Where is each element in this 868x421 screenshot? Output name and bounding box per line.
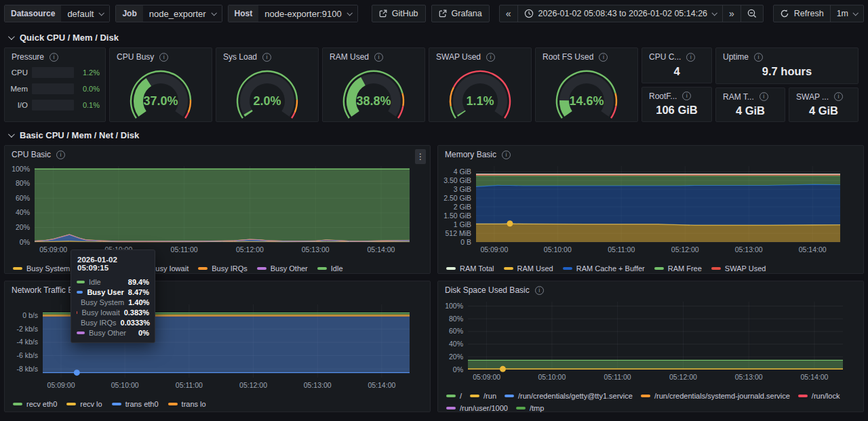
svg-text:05:11:00: 05:11:00 — [176, 381, 203, 389]
legend-item[interactable]: RAM Free — [654, 263, 702, 274]
legend-item[interactable]: /run/credentials/systemd-journald.servic… — [641, 390, 790, 401]
datasource-value: default — [67, 9, 94, 19]
panel-title-row[interactable]: Memory Basic — [438, 146, 863, 162]
panel-title-row[interactable]: Sys Load — [216, 48, 318, 64]
svg-text:80%: 80% — [16, 179, 30, 187]
info-icon[interactable] — [599, 53, 608, 62]
refresh-group: Refresh 1m — [773, 5, 864, 22]
host-select[interactable]: node-exporter:9100 — [258, 5, 357, 22]
legend-item[interactable]: /run/lock — [798, 390, 840, 401]
info-icon[interactable] — [686, 53, 695, 62]
time-shift-back-button[interactable] — [500, 5, 517, 22]
chevron-down-icon — [8, 33, 15, 40]
memory-basic-chart[interactable]: 4 GiB3.50 GiB3 GiB2.50 GiB2 GiB1.50 GiB1… — [438, 162, 863, 260]
panel-title-row[interactable]: SWAP ... — [789, 88, 858, 104]
svg-text:05:09:00: 05:09:00 — [39, 245, 67, 254]
network-traffic-chart[interactable]: 0 b/s-2 kb/s-4 kb/s-6 kb/s-8 kb/s05:09:0… — [5, 298, 430, 395]
section-quick-cpu-mem-disk[interactable]: Quick CPU / Mem / Disk — [0, 26, 868, 47]
refresh-interval-select[interactable]: 1m — [830, 5, 863, 22]
panel-title: Disk Space Used Basic — [445, 285, 530, 295]
panel-title: RAM Used — [330, 52, 369, 62]
legend-item[interactable]: Busy Other — [257, 263, 308, 274]
svg-text:05:10:00: 05:10:00 — [538, 373, 566, 381]
legend-label: RAM Total — [460, 263, 494, 274]
datasource-picker[interactable]: Datasource default — [4, 5, 110, 22]
panel-title-row[interactable]: CPU Busy — [110, 48, 212, 64]
panel-title-row[interactable]: CPU C... — [642, 48, 711, 64]
panel-title-row[interactable]: RAM T... — [716, 88, 785, 104]
info-icon[interactable] — [535, 286, 544, 295]
info-icon[interactable] — [486, 53, 495, 62]
legend-item[interactable]: /run/credentials/getty@tty1.service — [505, 390, 633, 401]
panel-title-row[interactable]: RAM Used — [323, 48, 425, 64]
info-icon[interactable] — [56, 151, 65, 159]
legend-item[interactable]: /tmp — [516, 403, 544, 414]
legend-item[interactable]: RAM Total — [446, 263, 494, 274]
panel-title-row[interactable]: Root FS Used — [536, 48, 637, 64]
legend-item[interactable]: RAM Cache + Buffer — [563, 263, 645, 274]
legend-color-dash — [13, 403, 22, 405]
github-link-button[interactable]: GitHub — [372, 5, 426, 22]
svg-text:05:10:00: 05:10:00 — [111, 381, 139, 389]
cpu-basic-chart[interactable]: 100%80%60%40%20%0%05:09:0005:10:0005:11:… — [5, 162, 430, 260]
panel-title-row[interactable]: Disk Space Used Basic — [438, 281, 863, 298]
info-icon[interactable] — [374, 53, 383, 62]
job-picker[interactable]: Job node_exporter — [115, 5, 222, 22]
legend-item[interactable]: trans eth0 — [112, 399, 159, 409]
legend-item[interactable]: RAM Used — [504, 263, 553, 274]
info-icon[interactable] — [50, 53, 58, 62]
legend-item[interactable]: trans lo — [168, 399, 206, 409]
section-basic-cpu-mem-net-disk[interactable]: Basic CPU / Mem / Net / Disk — [0, 122, 868, 145]
info-icon[interactable] — [834, 92, 843, 101]
section-title: Basic CPU / Mem / Net / Disk — [20, 130, 139, 140]
time-shift-forward-button[interactable] — [722, 5, 741, 22]
info-icon[interactable] — [159, 53, 168, 62]
job-select[interactable]: node_exporter — [143, 5, 222, 22]
info-icon[interactable] — [760, 92, 768, 101]
legend-color-dash — [13, 267, 22, 270]
legend-label: recv eth0 — [26, 399, 57, 409]
datasource-select[interactable]: default — [61, 5, 109, 22]
svg-text:100%: 100% — [445, 302, 463, 310]
panel-title-row[interactable]: RootF... — [642, 87, 711, 104]
info-icon[interactable] — [754, 53, 763, 62]
legend-item[interactable]: Busy IRQs — [198, 263, 248, 274]
panel-title-row[interactable]: SWAP Used — [429, 48, 531, 64]
legend-item[interactable]: / — [446, 390, 462, 401]
gauge-value: 38.8% — [323, 94, 425, 108]
panel-title-row[interactable]: Pressure — [5, 48, 105, 64]
panel-swap-total: SWAP ... 4 GiB — [789, 87, 859, 123]
legend-color-dash — [711, 267, 721, 270]
panel-menu-button[interactable] — [415, 149, 426, 164]
panel-title-row[interactable]: CPU Basic — [5, 146, 430, 162]
info-icon[interactable] — [502, 151, 511, 159]
legend-item[interactable]: Busy System — [13, 263, 70, 274]
svg-text:100%: 100% — [12, 165, 30, 173]
disk-space-chart[interactable]: 100%80%60%40%20%0%05:09:0005:10:0005:11:… — [438, 298, 863, 387]
grafana-link-button[interactable]: Grafana — [431, 5, 490, 22]
panel-pressure: Pressure CPU 1.2% Mem 0.0% I/O 0.1% — [4, 47, 106, 122]
tooltip-row: Idle89.4% — [77, 277, 149, 287]
svg-text:40%: 40% — [16, 208, 30, 216]
info-icon[interactable] — [682, 92, 691, 100]
legend-label: / — [460, 390, 462, 401]
datasource-label: Datasource — [5, 5, 61, 22]
pressure-row-io: I/O 0.1% — [5, 97, 105, 113]
legend-item[interactable]: /run — [470, 390, 496, 401]
svg-text:512 MiB: 512 MiB — [445, 229, 471, 237]
legend-item[interactable]: SWAP Used — [711, 263, 766, 274]
refresh-button[interactable]: Refresh — [774, 5, 830, 22]
panel-title-row[interactable]: Network Traffic Basic — [5, 281, 430, 298]
time-zoom-out-button[interactable] — [741, 5, 763, 22]
legend-label: recv lo — [80, 399, 102, 409]
time-range-button[interactable]: 2026-01-02 05:08:43 to 2026-01-02 05:14:… — [517, 5, 723, 22]
panel-title-row[interactable]: Uptime — [716, 48, 858, 64]
legend-item[interactable]: /run/user/1000 — [446, 403, 508, 414]
legend-item[interactable]: recv eth0 — [13, 399, 57, 409]
swap-used-gauge — [439, 64, 521, 121]
legend-color-dash — [654, 267, 664, 270]
legend-item[interactable]: Idle — [317, 263, 343, 274]
host-picker[interactable]: Host node-exporter:9100 — [228, 5, 358, 22]
info-icon[interactable] — [262, 53, 271, 62]
legend-item[interactable]: recv lo — [66, 399, 102, 409]
